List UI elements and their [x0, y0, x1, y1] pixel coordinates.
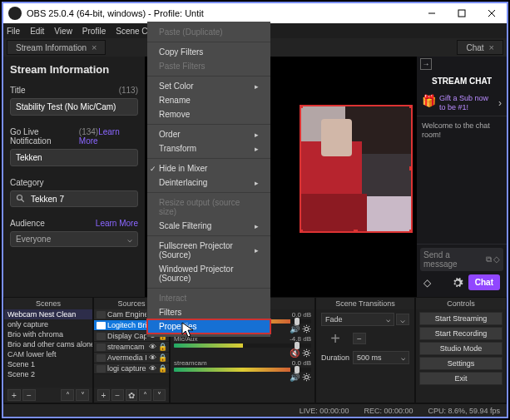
title-label: Title(113) — [10, 86, 138, 95]
scenes-list[interactable]: Webcam Nest Cleanonly captureBrio with c… — [4, 309, 92, 388]
context-menu-item[interactable]: ✓Hide in Mixer — [147, 161, 270, 175]
close-icon[interactable]: × — [489, 42, 494, 52]
context-menu-item[interactable]: Transform▸ — [147, 141, 270, 156]
control-button[interactable]: Start Recording — [419, 327, 503, 340]
close-icon[interactable]: × — [92, 42, 97, 52]
bits-icon[interactable]: ◇ — [493, 254, 500, 264]
source-properties-button[interactable]: ✿ — [126, 389, 138, 401]
menu-edit[interactable]: Edit — [30, 27, 44, 36]
title-input[interactable] — [10, 98, 138, 116]
audience-select[interactable]: Everyone⌵ — [10, 231, 138, 247]
menu-view[interactable]: View — [54, 27, 72, 36]
add-transition-button[interactable]: + — [321, 329, 349, 348]
learn-more-link[interactable]: Learn More — [96, 219, 138, 228]
source-context-menu[interactable]: Paste (Duplicate)Copy FiltersPaste Filte… — [147, 22, 270, 337]
speaker-icon[interactable]: 🔊 — [290, 324, 300, 334]
context-menu-item[interactable]: Copy Filters — [147, 45, 270, 59]
lock-icon[interactable]: 🔒 — [158, 364, 166, 373]
context-menu-item[interactable]: Windowed Projector (Source) — [147, 262, 270, 285]
chevron-down-icon: ⌵ — [127, 235, 132, 244]
camera-icon — [97, 343, 106, 351]
menu-profile[interactable]: Profile — [82, 27, 106, 36]
gift-sub-banner[interactable]: 🎁 Gift a Sub now to be #1! › — [417, 91, 507, 116]
app-icon — [8, 7, 22, 20]
source-down-button[interactable]: ˅ — [153, 389, 166, 401]
gear-icon[interactable] — [302, 324, 311, 334]
control-button[interactable]: Settings — [419, 357, 503, 370]
speaker-icon[interactable]: 🔊 — [290, 373, 300, 382]
control-button[interactable]: Studio Mode — [419, 342, 503, 355]
status-rec: REC: 00:00:00 — [364, 407, 413, 415]
context-menu-item[interactable]: Rename — [147, 93, 270, 107]
context-menu-item[interactable]: Properties — [147, 319, 270, 334]
scene-item[interactable]: Brio and other cams alone — [4, 339, 92, 349]
lock-icon[interactable]: 🔒 — [158, 343, 166, 351]
speaker-icon[interactable]: 🔇 — [290, 348, 300, 358]
collapse-chat-button[interactable]: → — [420, 58, 432, 70]
context-menu-item: Paste (Duplicate) — [147, 25, 270, 39]
gear-icon[interactable] — [452, 277, 463, 289]
scene-item[interactable]: only capture — [4, 319, 92, 329]
scene-item[interactable]: Scene 2 — [4, 369, 92, 379]
source-item[interactable]: logi capture👁🔒 — [94, 363, 169, 374]
menu-file[interactable]: File — [7, 27, 20, 36]
gear-icon[interactable] — [302, 373, 311, 382]
maximize-button[interactable] — [447, 3, 477, 23]
chat-input[interactable]: Send a message ⧉◇ — [420, 248, 503, 271]
context-menu-item[interactable]: Deinterlacing▸ — [147, 175, 270, 190]
remove-scene-button[interactable]: − — [22, 389, 36, 401]
search-icon — [16, 194, 26, 204]
visibility-icon[interactable]: 👁 — [148, 364, 156, 373]
visibility-icon[interactable]: 👁 — [148, 343, 156, 351]
context-menu-item[interactable]: Remove — [147, 107, 270, 121]
tab-chat[interactable]: Chat× — [457, 40, 503, 55]
scene-item[interactable]: Scene 1 — [4, 359, 92, 369]
minimize-button[interactable] — [417, 3, 447, 23]
chevron-right-icon: ▸ — [255, 131, 259, 139]
remove-source-button[interactable]: − — [111, 389, 124, 401]
mixer-channel[interactable]: streamcam0.0 dB🔊 — [171, 358, 314, 383]
transition-select[interactable]: Fade⌵ — [321, 313, 394, 326]
window-title: OBS 25.0.4 (64-bit, windows) - Profile: … — [27, 8, 417, 18]
control-button[interactable]: Start Streaming — [419, 312, 503, 325]
close-button[interactable] — [477, 3, 507, 23]
svg-rect-0 — [458, 10, 465, 17]
source-item[interactable]: streamcam👁🔒 — [94, 342, 169, 353]
golive-label: Go Live Notification (134)Learn More — [10, 127, 138, 146]
context-menu-item[interactable]: Set Color▸ — [147, 79, 270, 93]
context-menu-item[interactable]: Fullscreen Projector (Source)▸ — [147, 239, 270, 262]
context-menu-item[interactable]: Scale Filtering▸ — [147, 219, 270, 233]
camera-icon — [97, 322, 106, 329]
remove-transition-button[interactable]: − — [353, 333, 366, 344]
chevron-right-icon: ▸ — [255, 82, 259, 91]
duration-input[interactable]: 500 ms⌵ — [353, 351, 409, 364]
source-up-button[interactable]: ˄ — [139, 389, 151, 401]
selected-source-frame[interactable] — [300, 105, 413, 233]
visibility-icon[interactable]: 👁 — [148, 353, 156, 362]
golive-input[interactable] — [10, 149, 138, 166]
status-bar: LIVE: 00:00:00 REC: 00:00:00 CPU: 8.6%, … — [3, 403, 507, 417]
emote-icon[interactable]: ⧉ — [486, 254, 492, 264]
add-source-button[interactable]: + — [97, 389, 110, 401]
tab-stream-info[interactable]: Stream Information× — [7, 40, 106, 55]
context-menu-item[interactable]: Order▸ — [147, 127, 270, 141]
control-button[interactable]: Exit — [419, 372, 503, 385]
context-menu-item[interactable]: Filters — [147, 305, 270, 319]
svg-point-1 — [17, 195, 22, 200]
gear-icon[interactable] — [302, 348, 311, 358]
chat-send-button[interactable]: Chat — [468, 274, 500, 290]
category-label: Category — [10, 178, 138, 187]
scene-item[interactable]: CAM lower left — [4, 349, 92, 359]
mixer-channel[interactable]: Mic/Aux-4.8 dB🔇 — [171, 334, 314, 358]
scene-down-button[interactable]: ˅ — [76, 389, 89, 401]
check-icon: ✓ — [150, 165, 156, 173]
transition-config-button[interactable]: ⌵ — [396, 314, 409, 325]
source-item[interactable]: Avermedia PW5…👁🔒 — [94, 353, 169, 363]
add-scene-button[interactable]: + — [7, 389, 21, 401]
channel-points-icon[interactable]: ◇ — [423, 277, 431, 289]
lock-icon[interactable]: 🔒 — [158, 353, 166, 362]
category-select[interactable]: Tekken 7 — [10, 190, 138, 207]
scene-item[interactable]: Webcam Nest Clean — [4, 309, 92, 319]
scene-up-button[interactable]: ˄ — [61, 389, 74, 401]
scene-item[interactable]: Brio with chroma — [4, 329, 92, 339]
